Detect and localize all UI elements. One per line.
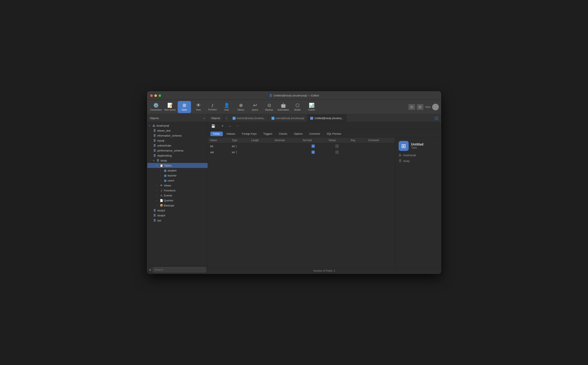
sub-tab-triggers[interactable]: Triggers <box>260 132 275 136</box>
field-comment-sid[interactable] <box>366 149 395 155</box>
field-virtual-sid[interactable] <box>326 149 348 155</box>
toolbar-model[interactable]: ⬡ Model <box>291 101 304 113</box>
chevron-right-icon: › <box>157 194 159 197</box>
sidebar-onlineorder-label: onlineOrder <box>157 144 172 147</box>
delete-btn[interactable]: − <box>235 124 241 129</box>
right-panel-title-area: Untitled Table <box>411 143 424 149</box>
sidebar-collapse-btn[interactable]: ‹‹ <box>203 117 205 120</box>
not-null-checkbox-sid[interactable]: ✓ <box>311 150 315 154</box>
sub-tab-indexes[interactable]: Indexes <box>224 132 238 136</box>
close-button[interactable] <box>150 94 153 97</box>
field-decimals-sid[interactable] <box>272 149 300 155</box>
tables-folder-icon: 📋 <box>160 164 163 167</box>
view-right-btn[interactable]: ⊞ <box>417 104 423 110</box>
view-left-btn[interactable]: ⊟ <box>409 104 415 110</box>
undo-btn[interactable]: ← <box>227 124 233 129</box>
toolbar-new-query[interactable]: 📝 New Query <box>164 101 177 113</box>
toolbar-backup[interactable]: ⊙ Backup <box>263 101 276 113</box>
sidebar-queries-label: Queries <box>164 199 173 202</box>
add-field-btn[interactable]: + <box>220 124 226 129</box>
sub-tab-checks[interactable]: Checks <box>276 132 290 136</box>
not-null-checkbox-tid[interactable]: ✓ <box>311 144 315 148</box>
field-virtual-tid[interactable] <box>326 143 348 149</box>
sub-tab-fields[interactable]: Fields <box>210 132 223 136</box>
sidebar-item-student[interactable]: › ▦ student <box>147 168 208 173</box>
db-icon: 🗄 <box>153 129 157 132</box>
sidebar-item-views[interactable]: › 👁 Views <box>147 183 208 188</box>
tab-teacher[interactable]: teacher@study (localmy... <box>230 114 269 122</box>
sidebar-item-tables[interactable]: ▾ 📋 Tables <box>147 163 208 168</box>
table-row[interactable]: sid int ▲▼ <box>208 149 395 155</box>
field-decimals-tid[interactable] <box>272 143 300 149</box>
maximize-button[interactable] <box>158 94 161 97</box>
field-comment-tid[interactable] <box>366 143 395 149</box>
field-length-sid[interactable] <box>249 149 272 155</box>
tab-objects[interactable]: Objects <box>208 114 224 122</box>
sidebar-item-staybooking[interactable]: 🗄 staybooking <box>147 153 208 158</box>
sidebar-search-input[interactable] <box>153 267 206 272</box>
field-not-null-tid[interactable]: ✓ <box>300 143 326 149</box>
user-avatar[interactable] <box>432 104 439 110</box>
sub-tab-sql-preview[interactable]: SQL Preview <box>324 132 344 136</box>
toolbar-view[interactable]: 👁 View <box>192 101 205 113</box>
sub-tab-foreign-keys[interactable]: Foreign Keys <box>239 132 260 136</box>
sidebar-localmysql-label: localmysql <box>157 124 169 127</box>
field-key-tid[interactable] <box>348 143 366 149</box>
virtual-checkbox-sid[interactable] <box>335 150 339 154</box>
toolbar-user[interactable]: 👤 User <box>220 101 233 113</box>
save-btn[interactable]: 💾 <box>210 124 216 129</box>
sub-tab-indexes-label: Indexes <box>227 132 235 135</box>
sidebar-item-queries[interactable]: › 📄 Queries <box>147 198 208 203</box>
tab-collapse-btn[interactable]: « <box>224 114 230 122</box>
sidebar-item-localmysql[interactable]: ▾ 🖧 localmysql <box>147 123 208 128</box>
sub-tab-comment[interactable]: Comment <box>306 132 323 136</box>
toolbar-new-query-label: New Query <box>164 108 176 111</box>
toolbar-query[interactable]: ↩ Query <box>248 101 262 113</box>
toolbar-table[interactable]: ⊞ Table <box>178 101 191 113</box>
field-not-null-sid[interactable]: ✓ <box>300 149 326 155</box>
sidebar-item-study4[interactable]: 🗄 study4 <box>147 213 208 218</box>
tab-untitled[interactable]: Untitled@study (localmy... <box>307 114 346 122</box>
field-length-tid[interactable] <box>249 143 272 149</box>
field-name-sid[interactable]: sid <box>208 149 229 155</box>
table-row[interactable]: tid int ▲▼ <box>208 143 395 149</box>
content-main: Name Type Length Decimals Not Null Virtu… <box>208 138 441 268</box>
toolbar-automation[interactable]: 🤖 Automation <box>277 101 290 113</box>
virtual-checkbox-tid[interactable] <box>335 144 339 148</box>
field-key-sid[interactable] <box>348 149 366 155</box>
field-name-tid[interactable]: tid <box>208 143 229 149</box>
tab-info-btn[interactable]: ⓘ <box>432 114 441 122</box>
sidebar-item-study2[interactable]: 🗄 study2 <box>147 208 208 213</box>
type-stepper-tid[interactable]: ▲▼ <box>236 144 237 148</box>
sidebar-item-sys[interactable]: 🗄 sys <box>147 218 208 223</box>
tab-teacher-label: teacher@study (localmy... <box>237 117 265 120</box>
tab-users[interactable]: users@study (localmysql) <box>269 114 308 122</box>
view-icon: 👁 <box>196 103 201 108</box>
sidebar-search-bar: ⊛ <box>147 266 208 274</box>
sidebar-item-information-schema[interactable]: 🗄 information_schema <box>147 133 208 138</box>
sidebar-item-events[interactable]: › ⊛ Events <box>147 193 208 198</box>
sidebar-item-ebean-test[interactable]: 🗄 ebean_test <box>147 128 208 133</box>
toolbar-charts[interactable]: 📊 Charts <box>305 101 318 113</box>
sidebar-item-performance-schema[interactable]: 🗄 performance_schema <box>147 148 208 153</box>
sidebar-item-teacher[interactable]: › ▦ teacher <box>147 173 208 178</box>
type-stepper-sid[interactable]: ▲▼ <box>236 150 237 154</box>
app-window: 🗄 Untitled@study (localmysql) — Edited ⚙… <box>147 91 441 274</box>
sidebar-item-mysql[interactable]: 🗄 mysql <box>147 138 208 143</box>
sub-tab-options[interactable]: Options <box>291 132 305 136</box>
field-type-tid[interactable]: int ▲▼ <box>229 143 249 149</box>
delete-icon: − <box>237 124 238 128</box>
queries-icon: 📄 <box>160 199 163 202</box>
titlebar: 🗄 Untitled@study (localmysql) — Edited <box>147 91 441 100</box>
field-type-sid[interactable]: int ▲▼ <box>229 149 249 155</box>
toolbar-function[interactable]: ƒ Function <box>206 101 219 113</box>
minimize-button[interactable] <box>154 94 157 97</box>
sidebar-item-study[interactable]: ▾ 🗄 study <box>147 158 208 163</box>
sidebar-item-functions[interactable]: › ƒ Functions <box>147 188 208 193</box>
toolbar-others[interactable]: ⊕ Others <box>234 101 248 113</box>
sidebar-item-users[interactable]: › ▦ users <box>147 178 208 183</box>
sidebar-item-onlineorder[interactable]: 🗄 onlineOrder <box>147 143 208 148</box>
sidebar-item-backups[interactable]: › 📦 Backups <box>147 203 208 208</box>
toolbar-connection[interactable]: ⚙️ Connection <box>149 101 163 113</box>
user-icon: 👤 <box>224 103 229 108</box>
